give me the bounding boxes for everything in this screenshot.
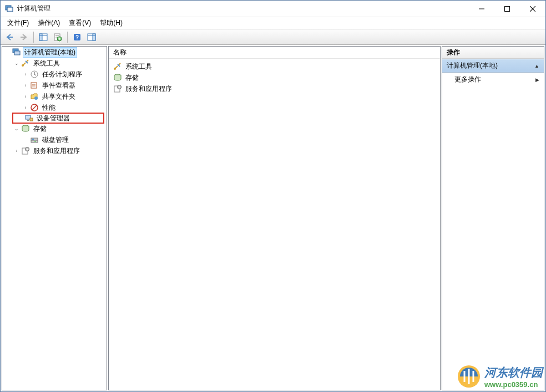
show-hide-tree-button[interactable] [37,30,50,44]
storage-icon [21,124,30,133]
tree-task-scheduler[interactable]: › 任务计划程序 [2,69,107,80]
tree-root-label: 计算机管理(本地) [23,47,77,58]
menu-help[interactable]: 帮助(H) [95,17,127,29]
svg-point-40 [114,68,116,70]
expand-icon[interactable]: › [22,82,29,89]
list-item[interactable]: 存储 [111,72,438,83]
list-column-name[interactable]: 名称 [109,47,440,59]
action-more[interactable]: 更多操作 ▶ [442,73,544,86]
expand-icon[interactable]: › [22,71,29,78]
toolbar-separator [67,32,68,43]
minimize-button[interactable] [469,1,494,17]
svg-point-39 [27,149,28,150]
disk-management-icon [30,135,39,144]
svg-rect-30 [27,120,29,121]
collapse-icon[interactable]: ⌄ [13,125,20,132]
forward-button[interactable] [17,30,31,44]
storage-icon [113,73,122,82]
event-viewer-icon [30,81,39,90]
list-panel: 名称 系统工具 存储 服务和应用程序 [108,46,441,390]
svg-rect-8 [39,34,42,40]
submenu-arrow-icon: ▶ [535,77,539,83]
collapse-icon[interactable]: ⌄ [13,60,20,67]
list-item[interactable]: 服务和应用程序 [111,83,438,94]
tree-services-apps[interactable]: › 服务和应用程序 [2,145,107,156]
svg-rect-36 [34,141,36,142]
list-item[interactable]: 系统工具 [111,61,438,72]
shared-folder-icon [30,92,39,101]
tools-icon [21,59,30,68]
tree-device-manager[interactable]: 设备管理器 [12,113,104,124]
list-body[interactable]: 系统工具 存储 服务和应用程序 [109,59,440,390]
services-icon [21,146,30,155]
svg-rect-23 [31,83,37,88]
svg-rect-33 [31,138,38,140]
clock-icon [30,70,39,79]
menubar: 文件(F) 操作(A) 查看(V) 帮助(H) [1,17,545,29]
maximize-button[interactable] [494,1,520,17]
back-button[interactable] [3,30,16,44]
svg-point-21 [22,64,24,67]
properties-button[interactable] [51,30,64,44]
svg-rect-35 [32,139,34,140]
expand-icon[interactable]: › [13,147,20,154]
help-button[interactable]: ? [70,30,84,44]
tree-storage[interactable]: ⌄ 存储 [2,123,107,134]
svg-rect-31 [30,118,33,121]
collapse-icon[interactable]: ▲ [534,63,539,69]
svg-rect-4 [505,6,510,11]
tree-shared-folders[interactable]: › 共享文件夹 [2,91,107,102]
performance-icon [30,103,39,112]
list-item-label: 系统工具 [125,62,152,72]
actions-group-title[interactable]: 计算机管理(本地) ▲ [442,59,544,73]
device-manager-icon [24,114,33,123]
actions-panel: 操作 计算机管理(本地) ▲ 更多操作 ▶ [442,46,544,390]
show-action-pane-button[interactable] [85,30,98,44]
tools-icon [113,62,122,71]
list-item-label: 存储 [125,73,139,83]
toolbar-separator [33,32,34,43]
svg-point-44 [119,86,120,88]
svg-rect-17 [93,34,95,40]
tree-performance[interactable]: › 性能 [2,102,107,113]
computer-management-icon [12,48,21,57]
menu-view[interactable]: 查看(V) [64,17,95,29]
close-button[interactable] [520,1,545,17]
svg-line-28 [32,105,37,110]
tree-panel[interactable]: 计算机管理(本地) ⌄ 系统工具 › 任务计划程序 › 事件查看器 › 共享文件 [2,46,107,390]
actions-header: 操作 [442,47,544,59]
svg-rect-2 [8,8,12,11]
window-title: 计算机管理 [17,4,469,13]
toolbar: ? [1,29,545,45]
svg-point-26 [34,96,38,100]
list-item-label: 服务和应用程序 [125,84,172,94]
svg-rect-20 [14,51,20,55]
services-icon [113,84,122,93]
titlebar: 计算机管理 [1,1,545,17]
menu-file[interactable]: 文件(F) [3,17,33,29]
app-icon [5,4,14,13]
tree-system-tools[interactable]: ⌄ 系统工具 [2,58,107,69]
tree-event-viewer[interactable]: › 事件查看器 [2,80,107,91]
svg-text:?: ? [75,34,79,40]
tree-root[interactable]: 计算机管理(本地) [2,47,107,58]
tree-disk-management[interactable]: 磁盘管理 [2,134,107,145]
expand-icon[interactable]: › [22,93,29,100]
menu-action[interactable]: 操作(A) [33,17,64,29]
expand-icon[interactable]: › [22,104,29,111]
